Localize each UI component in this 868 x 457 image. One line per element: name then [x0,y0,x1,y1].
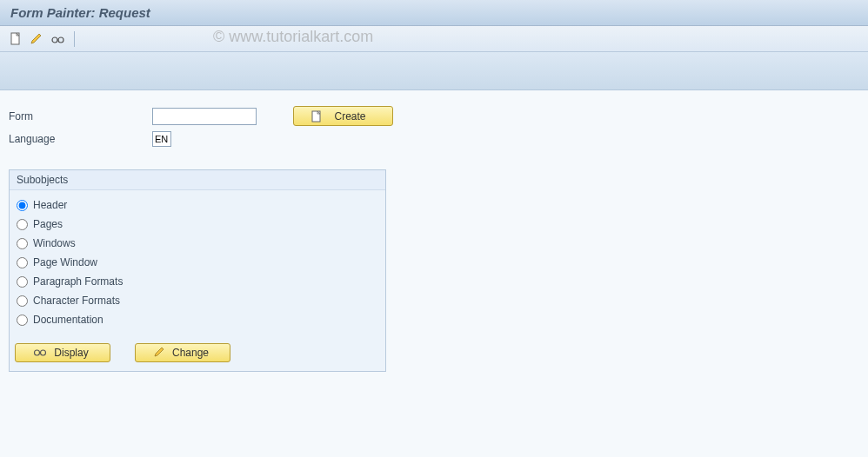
radio-input-header[interactable] [17,200,28,211]
svg-point-1 [52,37,57,43]
radio-label: Page Window [33,256,97,268]
radio-paragraph-formats[interactable]: Paragraph Formats [17,272,378,291]
toolbar-separator [74,31,75,47]
change-button[interactable]: Change [135,343,230,362]
edit-pencil-icon [153,346,165,361]
radio-documentation[interactable]: Documentation [17,310,378,329]
glasses-icon[interactable] [50,32,64,46]
svg-point-5 [41,350,46,355]
radio-label: Character Formats [33,295,120,307]
radio-input-paragraph-formats[interactable] [17,276,28,288]
radio-page-window[interactable]: Page Window [17,253,378,272]
watermark-text: © www.tutorialkart.com [213,28,373,46]
radio-label: Pages [33,218,63,230]
new-document-icon[interactable] [9,32,23,46]
svg-point-2 [58,37,63,43]
glasses-icon [33,347,47,360]
radio-input-windows[interactable] [17,238,28,249]
subobjects-groupbox: Subobjects Header Pages Windows Page Win… [9,169,386,372]
page-title: Form Painter: Request [10,5,150,20]
radio-input-page-window[interactable] [17,257,28,268]
svg-point-4 [35,350,40,355]
language-input[interactable] [152,131,171,147]
radio-label: Header [33,199,67,211]
radio-input-documentation[interactable] [17,315,28,326]
radio-windows[interactable]: Windows [17,234,378,253]
form-label: Form [9,110,152,123]
change-button-label: Change [172,347,209,359]
display-button-label: Display [54,347,88,359]
form-input[interactable] [152,108,257,125]
radio-input-pages[interactable] [17,219,28,230]
form-field-row: Form Create [9,106,859,126]
app-toolbar: © www.tutorialkart.com [0,26,868,52]
secondary-bar [0,52,868,90]
language-field-row: Language [9,131,859,147]
new-document-icon [311,110,322,123]
groupbox-title: Subobjects [10,170,385,190]
radio-label: Documentation [33,314,103,326]
content-area: Form Create Language Subobjects Header P… [0,90,868,457]
display-button[interactable]: Display [15,343,110,362]
radio-list: Header Pages Windows Page Window Paragra… [10,190,385,338]
radio-input-character-formats[interactable] [17,295,28,307]
radio-header[interactable]: Header [17,195,378,215]
radio-label: Windows [33,237,76,249]
create-button-label: Create [334,110,365,123]
radio-pages[interactable]: Pages [17,215,378,234]
radio-character-formats[interactable]: Character Formats [17,291,378,310]
action-button-row: Display Change [10,338,385,362]
create-button[interactable]: Create [293,106,393,126]
language-label: Language [9,133,152,145]
edit-pencil-icon[interactable] [30,32,43,46]
radio-label: Paragraph Formats [33,275,123,288]
title-bar: Form Painter: Request [0,0,868,26]
